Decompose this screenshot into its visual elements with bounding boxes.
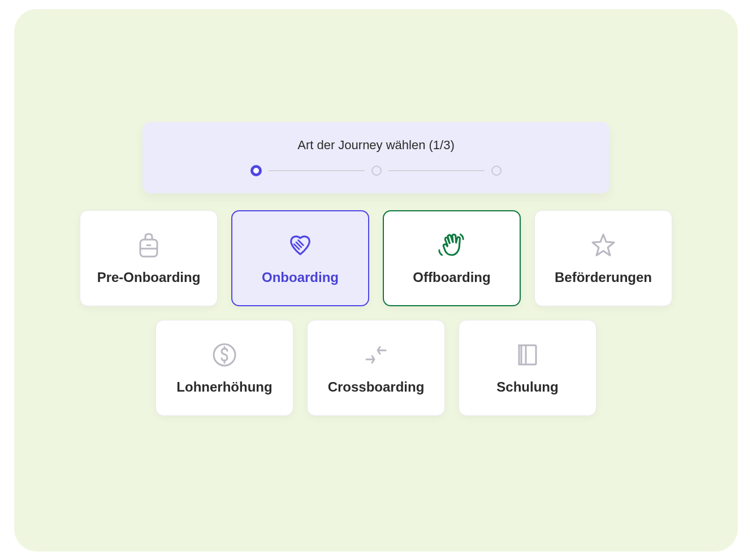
dollar-icon — [210, 341, 239, 369]
arrows-cross-icon — [362, 341, 390, 369]
option-label: Crossboarding — [328, 379, 425, 395]
stepper-title: Art der Journey wählen (1/3) — [297, 138, 455, 153]
option-card-schulung[interactable]: Schulung — [459, 320, 597, 416]
option-card-lohnerhoehung[interactable]: Lohnerhöhung — [155, 320, 293, 416]
book-icon — [513, 341, 542, 369]
options-row-2: Lohnerhöhung Crossboarding Schulung — [155, 320, 597, 416]
svg-rect-2 — [521, 345, 536, 364]
page-container: Art der Journey wählen (1/3) Pre-Onboard… — [14, 9, 738, 552]
option-label: Lohnerhöhung — [176, 379, 272, 395]
option-label: Offboarding — [413, 270, 490, 285]
option-card-crossboarding[interactable]: Crossboarding — [307, 320, 445, 416]
step-line-2 — [388, 170, 485, 171]
option-label: Schulung — [496, 379, 558, 395]
handshake-icon — [286, 231, 314, 259]
step-line-1 — [269, 170, 365, 171]
star-icon — [589, 231, 617, 259]
option-label: Beförderungen — [555, 270, 652, 285]
option-card-offboarding[interactable]: Offboarding — [383, 210, 521, 306]
option-card-pre-onboarding[interactable]: Pre-Onboarding — [80, 210, 218, 306]
step-dot-3[interactable] — [491, 166, 502, 176]
stepper-progress — [250, 165, 502, 176]
option-card-onboarding[interactable]: Onboarding — [231, 210, 369, 306]
option-label: Pre-Onboarding — [97, 270, 201, 285]
wave-hand-icon — [438, 231, 466, 259]
option-card-befoerderungen[interactable]: Beförderungen — [534, 210, 672, 306]
options-row-1: Pre-Onboarding Onboarding — [80, 210, 672, 306]
step-dot-1[interactable] — [250, 165, 262, 176]
step-dot-2[interactable] — [371, 166, 382, 176]
option-label: Onboarding — [262, 270, 339, 285]
backpack-icon — [135, 231, 163, 259]
stepper-card: Art der Journey wählen (1/3) — [142, 122, 610, 193]
